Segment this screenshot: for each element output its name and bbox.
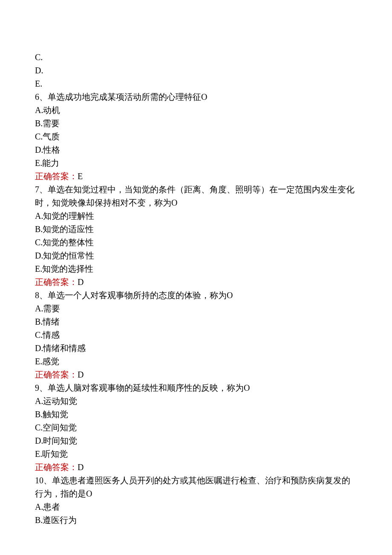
q8-option-a: A.需要 xyxy=(35,302,357,315)
q9-option-a: A.运动知觉 xyxy=(35,395,357,408)
q6-option-a: A.动机 xyxy=(35,104,357,117)
answer-value: E xyxy=(78,171,83,181)
option-c: C. xyxy=(35,51,357,64)
question-10: 10、单选患者遵照医务人员开列的处方或其他医嘱进行检查、治疗和预防疾病复发的行为… xyxy=(35,474,357,500)
q6-option-e: E.能力 xyxy=(35,157,357,170)
answer-label: 正确答案： xyxy=(35,277,78,287)
q9-option-d: D.时间知觉 xyxy=(35,434,357,447)
q9-option-b: B.触知觉 xyxy=(35,408,357,421)
answer-value: D xyxy=(78,462,84,472)
answer-value: D xyxy=(78,277,84,287)
q7-option-d: D.知觉的恒常性 xyxy=(35,249,357,262)
question-7: 7、单选在知觉过程中，当知觉的条件（距离、角度、照明等）在一定范围内发生变化时，… xyxy=(35,183,357,209)
q6-option-d: D.性格 xyxy=(35,143,357,157)
q10-option-b: B.遵医行为 xyxy=(35,514,357,527)
option-d: D. xyxy=(35,64,357,77)
q9-answer: 正确答案：D xyxy=(35,461,357,474)
q7-option-c: C.知觉的整体性 xyxy=(35,236,357,249)
q8-option-e: E.感觉 xyxy=(35,355,357,368)
q9-option-e: E.听知觉 xyxy=(35,447,357,461)
q8-option-c: C.情感 xyxy=(35,328,357,342)
q8-option-b: B.情绪 xyxy=(35,315,357,328)
q6-option-c: C.气质 xyxy=(35,130,357,143)
q7-option-a: A.知觉的理解性 xyxy=(35,209,357,223)
q7-option-e: E.知觉的选择性 xyxy=(35,262,357,276)
q6-answer: 正确答案：E xyxy=(35,170,357,183)
answer-label: 正确答案： xyxy=(35,370,78,379)
question-6: 6、单选成功地完成某项活动所需的心理特征O xyxy=(35,90,357,104)
answer-value: D xyxy=(78,370,84,379)
q7-answer: 正确答案：D xyxy=(35,276,357,289)
q8-answer: 正确答案：D xyxy=(35,368,357,381)
q7-option-b: B.知觉的适应性 xyxy=(35,223,357,236)
answer-label: 正确答案： xyxy=(35,462,78,472)
answer-label: 正确答案： xyxy=(35,171,78,181)
option-e: E. xyxy=(35,77,357,90)
q8-option-d: D.情绪和情感 xyxy=(35,342,357,355)
question-9: 9、单选人脑对客观事物的延续性和顺序性的反映，称为O xyxy=(35,381,357,395)
q10-option-a: A.患者 xyxy=(35,500,357,514)
question-8: 8、单选一个人对客观事物所持的态度的体验，称为O xyxy=(35,289,357,302)
q6-option-b: B.需要 xyxy=(35,117,357,130)
q9-option-c: C.空间知觉 xyxy=(35,421,357,434)
